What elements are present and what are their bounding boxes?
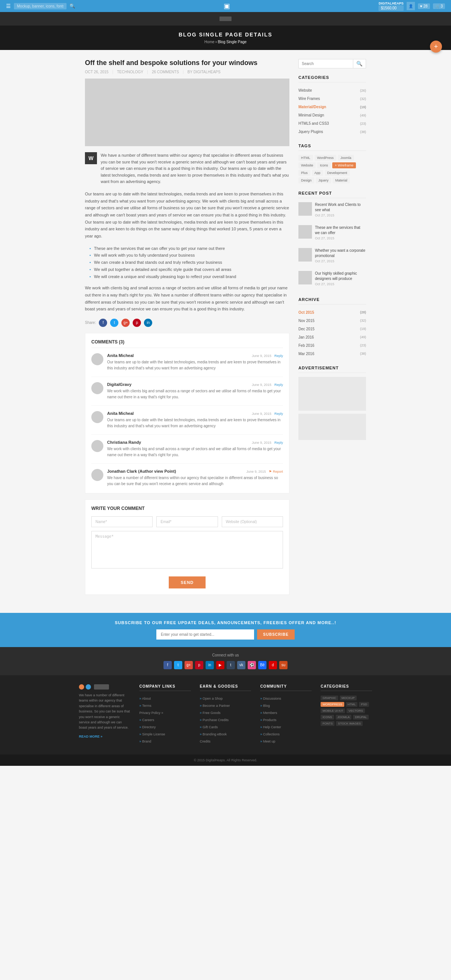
share-pinterest-button[interactable]: p: [133, 319, 141, 327]
footer-cat-tag[interactable]: STOCK IMAGES: [336, 721, 363, 726]
social-dribbble-icon[interactable]: ⚽: [248, 661, 256, 669]
footer-cat-tag[interactable]: ICONS: [320, 715, 334, 720]
footer-community-link[interactable]: Members: [260, 711, 277, 715]
social-twitter-icon[interactable]: t: [174, 661, 182, 669]
subscribe-email-input[interactable]: [156, 629, 254, 640]
search-icon[interactable]: 🔍: [70, 3, 75, 9]
share-twitter-button[interactable]: t: [110, 319, 118, 327]
global-search-input[interactable]: [14, 3, 67, 10]
social-deviantart-icon[interactable]: d: [269, 661, 277, 669]
comment-reply-button[interactable]: Reply: [274, 354, 283, 358]
tag-item[interactable]: Joomla: [338, 155, 354, 161]
comment-submit-button[interactable]: SEND: [169, 576, 206, 589]
social-facebook-icon[interactable]: f: [164, 661, 172, 669]
footer-cat-tag[interactable]: VECTORS: [346, 708, 365, 713]
sidebar-search-button[interactable]: 🔍: [353, 59, 366, 68]
footer-goodies-link[interactable]: Purchase Credits: [200, 718, 229, 722]
tag-item[interactable]: Icons: [317, 162, 331, 169]
footer-read-more-link[interactable]: READ MORE »: [79, 735, 103, 738]
user-avatar[interactable]: 👤: [406, 2, 415, 10]
comment-reply-button[interactable]: Reply: [274, 441, 283, 444]
footer-community-link[interactable]: Products: [260, 718, 276, 722]
footer-community-link[interactable]: Discussions: [260, 697, 281, 700]
post-comments-count[interactable]: 26 COMMENTS: [152, 70, 179, 74]
footer-cat-tag[interactable]: GRAPHIC: [320, 695, 338, 700]
footer-community-link[interactable]: Meet up: [260, 740, 275, 743]
comment-email-input[interactable]: [156, 516, 218, 527]
sidebar-search-input[interactable]: [299, 59, 353, 68]
tag-item[interactable]: WordPress: [315, 155, 336, 161]
footer-community-link[interactable]: Collections: [260, 732, 280, 736]
social-pinterest-icon[interactable]: p: [195, 661, 203, 669]
tag-item-active[interactable]: + Wireframe: [332, 162, 356, 169]
comment-message-input[interactable]: [91, 531, 283, 568]
footer-company-link[interactable]: Brand: [139, 740, 151, 743]
tag-item[interactable]: HTML: [298, 155, 313, 161]
subscribe-button[interactable]: SUBSCRIBE: [257, 629, 295, 640]
footer-company-link[interactable]: Terms: [139, 704, 151, 708]
recent-post-title[interactable]: These are the services that we can offer: [315, 225, 366, 235]
footer-community-link[interactable]: Help Center: [260, 725, 281, 729]
social-vk-icon[interactable]: vk: [237, 661, 245, 669]
category-item[interactable]: Website (26): [298, 86, 366, 95]
category-item[interactable]: Minimal Design (49): [298, 111, 366, 119]
footer-cat-tag[interactable]: DRUPAL: [353, 715, 369, 720]
footer-goodies-link[interactable]: Gift Cards: [200, 725, 218, 729]
footer-company-link[interactable]: About: [139, 697, 151, 700]
footer-goodies-link[interactable]: Open a Shop: [200, 697, 223, 700]
category-item[interactable]: Wire Frames (32): [298, 95, 366, 103]
tag-item[interactable]: Plus: [298, 170, 311, 176]
recent-post-title[interactable]: Whether you want a corporate promotional: [315, 248, 366, 259]
archive-item[interactable]: Dec 2015 (19): [298, 325, 366, 333]
social-linkedin-icon[interactable]: in: [206, 661, 214, 669]
footer-goodies-link[interactable]: Become a Partner: [200, 704, 230, 708]
archive-item[interactable]: Nov 2015 (32): [298, 317, 366, 325]
footer-cat-tag[interactable]: MOBILE UI KIT: [320, 708, 345, 713]
social-tumblr-icon[interactable]: t: [226, 661, 235, 669]
fab-button[interactable]: +: [430, 41, 442, 52]
wishlist-button[interactable]: ♥ 28: [418, 3, 430, 9]
post-category[interactable]: TECHNOLOGY: [117, 70, 143, 74]
archive-item-active[interactable]: Oct 2015 (28): [298, 309, 366, 317]
tag-item[interactable]: Website: [298, 162, 316, 169]
share-googleplus-button[interactable]: g+: [121, 319, 130, 327]
archive-item[interactable]: Feb 2016 (23): [298, 342, 366, 350]
footer-company-link[interactable]: Simple License: [139, 732, 165, 736]
share-linkedin-button[interactable]: in: [144, 319, 152, 327]
tag-item[interactable]: Design: [298, 177, 314, 183]
footer-company-link[interactable]: Careers: [139, 718, 155, 722]
category-item[interactable]: Jquery Plugins (38): [298, 128, 366, 136]
footer-cat-tag-active[interactable]: WORDPRESS: [320, 702, 344, 707]
social-googleplus-icon[interactable]: g+: [185, 661, 193, 669]
social-behance-icon[interactable]: Bē: [258, 661, 266, 669]
comment-report-button[interactable]: ⚑ Report: [269, 470, 283, 474]
social-youtube-icon[interactable]: ▶: [216, 661, 225, 669]
hamburger-icon[interactable]: ☰: [6, 3, 11, 9]
breadcrumb-home[interactable]: Home: [204, 40, 215, 44]
recent-post-title[interactable]: Our highly skilled graphic designers wil…: [315, 271, 366, 282]
comment-reply-button[interactable]: Reply: [274, 412, 283, 415]
tag-item[interactable]: Jquery: [316, 177, 331, 183]
footer-cat-tag[interactable]: FONTS: [320, 721, 335, 726]
tag-item[interactable]: Development: [325, 170, 350, 176]
footer-company-link[interactable]: Directory: [139, 725, 156, 729]
share-facebook-button[interactable]: f: [99, 319, 107, 327]
archive-item[interactable]: Mar 2016 (38): [298, 350, 366, 358]
social-stumbleupon-icon[interactable]: su: [279, 661, 287, 669]
category-item-active[interactable]: Material/Design (19): [298, 103, 366, 111]
footer-cat-tag[interactable]: MOCKUP: [340, 695, 357, 700]
footer-goodies-link[interactable]: Free Goods: [200, 711, 221, 715]
comment-website-input[interactable]: [222, 516, 283, 527]
footer-community-link[interactable]: Blog: [260, 704, 270, 708]
footer-cat-tag[interactable]: PSD: [359, 702, 369, 707]
comment-reply-button[interactable]: Reply: [274, 383, 283, 387]
cart-button[interactable]: 🛒 3: [433, 3, 445, 9]
recent-post-title[interactable]: Recent Work and Clients to see what: [315, 202, 366, 213]
tag-item[interactable]: App: [312, 170, 323, 176]
footer-privacy-link[interactable]: Privacy Policy »: [139, 711, 164, 715]
tag-item[interactable]: Material: [333, 177, 350, 183]
footer-cat-tag[interactable]: HTML: [346, 702, 358, 707]
footer-cat-tag[interactable]: JOOMLA: [336, 715, 352, 720]
archive-item[interactable]: Jan 2016 (49): [298, 333, 366, 342]
category-item[interactable]: HTML5 and CSS3 (23): [298, 119, 366, 128]
